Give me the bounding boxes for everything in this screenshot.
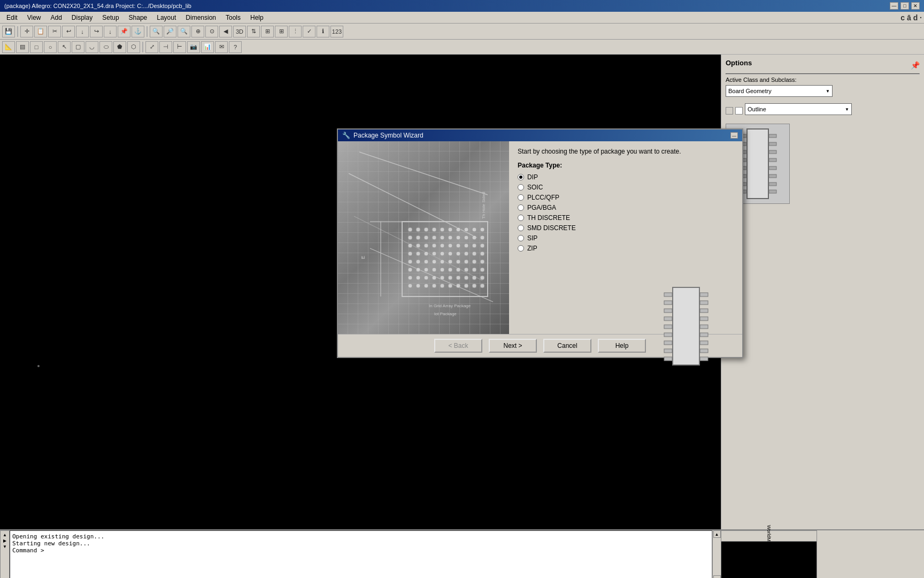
dip-preview-container xyxy=(657,285,715,369)
svg-rect-120 xyxy=(700,309,708,313)
svg-point-29 xyxy=(464,227,468,232)
svg-point-26 xyxy=(440,227,444,232)
svg-point-89 xyxy=(464,276,468,280)
svg-point-40 xyxy=(472,235,476,240)
svg-point-42 xyxy=(408,244,412,248)
radio-smd-discrete[interactable]: SMD DISCRETE xyxy=(518,224,734,232)
svg-point-91 xyxy=(480,276,484,280)
radio-label-soic: SOIC xyxy=(527,184,543,191)
svg-point-44 xyxy=(424,244,428,248)
svg-point-52 xyxy=(408,252,412,256)
radio-btn-soic[interactable] xyxy=(518,184,524,191)
help-button[interactable]: Help xyxy=(598,339,646,353)
svg-point-55 xyxy=(432,252,436,256)
radio-btn-dip[interactable] xyxy=(518,174,524,180)
svg-point-90 xyxy=(472,276,476,280)
svg-point-81 xyxy=(480,268,484,272)
svg-point-72 xyxy=(408,268,412,272)
svg-point-83 xyxy=(416,276,420,280)
svg-point-22 xyxy=(408,227,412,232)
svg-rect-113 xyxy=(664,325,672,329)
svg-point-67 xyxy=(448,260,452,264)
svg-point-33 xyxy=(416,235,420,240)
radio-label-pga: PGA/BGA xyxy=(527,204,556,211)
radio-btn-sip[interactable] xyxy=(518,235,524,241)
radio-dip[interactable]: DIP xyxy=(518,173,734,181)
svg-point-65 xyxy=(432,260,436,264)
svg-point-56 xyxy=(440,252,444,256)
radio-zip[interactable]: ZIP xyxy=(518,245,734,252)
svg-point-100 xyxy=(472,284,476,288)
svg-point-80 xyxy=(472,268,476,272)
dialog-minimize-btn[interactable]: — xyxy=(730,132,738,139)
radio-btn-plcc[interactable] xyxy=(518,194,524,201)
svg-point-58 xyxy=(456,252,460,256)
svg-point-96 xyxy=(440,284,444,288)
svg-text:In Grid Array Package: In Grid Array Package xyxy=(429,303,471,308)
svg-point-46 xyxy=(440,244,444,248)
svg-point-28 xyxy=(456,227,460,232)
svg-point-101 xyxy=(480,284,484,288)
radio-th-discrete[interactable]: TH DISCRETE xyxy=(518,214,734,222)
svg-rect-114 xyxy=(664,333,672,337)
svg-point-47 xyxy=(448,244,452,248)
svg-point-37 xyxy=(448,235,452,240)
svg-point-73 xyxy=(416,268,420,272)
svg-point-66 xyxy=(440,260,444,264)
radio-soic[interactable]: SOIC xyxy=(518,184,734,191)
back-button[interactable]: < Back xyxy=(434,339,482,353)
radio-btn-th[interactable] xyxy=(518,215,524,221)
svg-line-20 xyxy=(370,248,493,302)
svg-point-69 xyxy=(464,260,468,264)
svg-point-85 xyxy=(432,276,436,280)
svg-point-63 xyxy=(416,260,420,264)
svg-rect-115 xyxy=(664,341,672,345)
pcb-diagram: E In Grid Array Package lot Package Th H… xyxy=(338,141,509,334)
svg-point-43 xyxy=(416,244,420,248)
svg-point-34 xyxy=(424,235,428,240)
modal-overlay: 🔧 Package Symbol Wizard — xyxy=(0,0,924,578)
svg-point-61 xyxy=(480,252,484,256)
svg-point-24 xyxy=(424,227,428,232)
svg-rect-118 xyxy=(700,293,708,296)
svg-rect-121 xyxy=(700,317,708,321)
svg-point-54 xyxy=(424,252,428,256)
radio-btn-pga[interactable] xyxy=(518,204,524,211)
dialog-titlebar: 🔧 Package Symbol Wizard — xyxy=(338,130,742,141)
svg-point-39 xyxy=(464,235,468,240)
radio-btn-zip[interactable] xyxy=(518,245,524,252)
svg-point-50 xyxy=(472,244,476,248)
svg-point-94 xyxy=(424,284,428,288)
dialog-intro: Start by choosing the type of package yo… xyxy=(518,148,734,155)
dialog-pcb-image: E In Grid Array Package lot Package Th H… xyxy=(338,141,509,334)
radio-btn-smd[interactable] xyxy=(518,225,524,231)
svg-point-41 xyxy=(480,235,484,240)
pkg-type-heading: Package Type: xyxy=(518,162,734,169)
package-wizard-dialog: 🔧 Package Symbol Wizard — xyxy=(337,128,743,358)
svg-point-48 xyxy=(456,244,460,248)
cancel-button[interactable]: Cancel xyxy=(543,339,591,353)
dialog-pcb-canvas: E In Grid Array Package lot Package Th H… xyxy=(338,141,509,334)
radio-pga-bga[interactable]: PGA/BGA xyxy=(518,204,734,211)
svg-rect-117 xyxy=(664,357,672,361)
svg-rect-110 xyxy=(664,301,672,305)
svg-rect-126 xyxy=(700,357,708,361)
svg-point-31 xyxy=(480,227,484,232)
svg-point-70 xyxy=(472,260,476,264)
svg-point-64 xyxy=(424,260,428,264)
svg-rect-112 xyxy=(664,317,672,321)
svg-point-98 xyxy=(456,284,460,288)
svg-text:lot Package: lot Package xyxy=(434,311,457,316)
svg-point-59 xyxy=(464,252,468,256)
radio-sip[interactable]: SIP xyxy=(518,234,734,242)
svg-point-60 xyxy=(472,252,476,256)
svg-point-77 xyxy=(448,268,452,272)
svg-rect-122 xyxy=(700,325,708,329)
next-button[interactable]: Next > xyxy=(489,339,537,353)
svg-point-97 xyxy=(448,284,452,288)
svg-point-45 xyxy=(432,244,436,248)
svg-point-99 xyxy=(464,284,468,288)
radio-plcc-qfp[interactable]: PLCC/QFP xyxy=(518,194,734,201)
svg-rect-109 xyxy=(664,293,672,296)
dialog-titlebar-controls: — xyxy=(730,132,738,139)
